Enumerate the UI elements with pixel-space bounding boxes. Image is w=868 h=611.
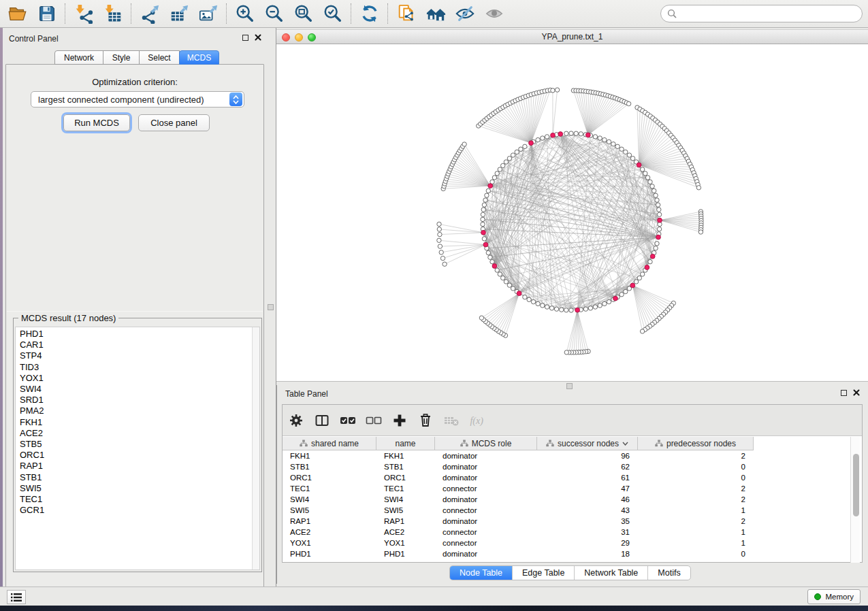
cell-mcds_role: dominator: [435, 450, 537, 461]
zoom-in-button[interactable]: [230, 1, 259, 26]
cell-shared_name: FKH1: [283, 450, 376, 461]
splitter-grip[interactable]: [566, 383, 573, 389]
table-row[interactable]: FKH1FKH1dominator962: [283, 450, 862, 461]
mcds-result-item[interactable]: TEC1: [16, 494, 259, 505]
mcds-result-item[interactable]: PHD1: [16, 329, 259, 340]
first-neighbors-icon: [425, 3, 446, 24]
cell-successor_nodes: 18: [537, 548, 638, 559]
mcds-result-item[interactable]: SWI4: [16, 384, 259, 395]
cell-name: RAP1: [376, 516, 435, 527]
toolbar-separator: [65, 3, 65, 24]
first-neighbors-button[interactable]: [421, 1, 450, 26]
toolbar-separator: [387, 3, 388, 24]
cell-successor_nodes: 35: [537, 516, 638, 527]
mcds-result-list[interactable]: PHD1CAR1STP4TID3YOX1SWI4SRD1PMA2FKH1ACE2…: [15, 327, 260, 570]
mcds-result-item[interactable]: FKH1: [16, 417, 259, 428]
new-network-from-selection-button[interactable]: [391, 1, 421, 26]
deselect-all-button[interactable]: [366, 412, 382, 429]
zoom-out-button[interactable]: [259, 1, 289, 26]
split-view-button[interactable]: [314, 412, 330, 429]
delete-column-button[interactable]: [417, 412, 434, 429]
zoom-fit-button[interactable]: [289, 1, 318, 26]
destroy-table-button[interactable]: [443, 412, 460, 429]
table-row[interactable]: ACE2ACE2connector311: [283, 527, 862, 538]
run-mcds-button[interactable]: Run MCDS: [63, 114, 130, 131]
mcds-result-item[interactable]: GCR1: [16, 505, 259, 516]
tab-style[interactable]: Style: [103, 50, 140, 65]
splitter-grip[interactable]: [268, 304, 274, 310]
mcds-result-item[interactable]: SRD1: [16, 395, 259, 406]
close-panel-icon[interactable]: [853, 389, 860, 396]
cell-predecessor_nodes: 1: [638, 538, 754, 548]
table-settings-button[interactable]: [288, 412, 304, 429]
mcds-result-item[interactable]: STP4: [16, 350, 259, 361]
tab-network-table[interactable]: Network Table: [575, 566, 648, 580]
memory-button[interactable]: Memory: [807, 589, 861, 604]
table-row[interactable]: STB1STB1dominator620: [283, 461, 862, 472]
column-header-successor-nodes[interactable]: successor nodes: [537, 437, 638, 450]
close-panel-icon[interactable]: [255, 34, 261, 41]
network-canvas[interactable]: [276, 45, 868, 381]
tab-network[interactable]: Network: [54, 50, 103, 65]
export-network-button[interactable]: [135, 1, 164, 26]
mcds-result-item[interactable]: YOX1: [16, 373, 259, 384]
cell-name: PHD1: [376, 548, 435, 559]
table-row[interactable]: PHD1PHD1dominator180: [283, 548, 862, 559]
zoom-selected-button[interactable]: [318, 1, 347, 26]
table-row[interactable]: SWI5SWI5connector431: [283, 505, 862, 516]
import-network-button[interactable]: [69, 1, 98, 26]
column-header-name[interactable]: name: [376, 437, 435, 450]
mcds-result-item[interactable]: PMA2: [16, 406, 259, 416]
column-header-MCDS-role[interactable]: MCDS role: [435, 437, 537, 450]
add-column-button[interactable]: [391, 412, 408, 429]
tab-select[interactable]: Select: [139, 50, 180, 65]
export-table-button[interactable]: [164, 1, 193, 26]
show-all-icon: [484, 3, 504, 24]
table-row[interactable]: TEC1TEC1connector472: [283, 483, 862, 494]
mcds-result-item[interactable]: SWI5: [16, 483, 259, 494]
table-scrollbar[interactable]: [850, 437, 860, 563]
scrollbar-thumb[interactable]: [853, 454, 859, 516]
close-panel-button[interactable]: Close panel: [138, 114, 210, 131]
search-input[interactable]: [681, 9, 851, 18]
table-row[interactable]: SWI4SWI4dominator462: [283, 494, 862, 505]
cell-successor_nodes: 47: [537, 483, 638, 494]
mcds-result-item[interactable]: CAR1: [16, 340, 259, 350]
tab-node-table[interactable]: Node Table: [450, 566, 513, 580]
tab-edge-table[interactable]: Edge Table: [513, 566, 575, 580]
table-row[interactable]: ORC1ORC1dominator610: [283, 472, 862, 483]
status-menu-button[interactable]: [7, 590, 26, 604]
save-session-button[interactable]: [32, 1, 61, 26]
refresh-layout-button[interactable]: [355, 1, 384, 26]
mcds-result-item[interactable]: STB5: [16, 439, 259, 450]
export-image-button[interactable]: [193, 1, 223, 26]
zoom-out-icon: [264, 3, 285, 24]
show-all-button[interactable]: [479, 1, 509, 26]
mcds-result-item[interactable]: STB1: [16, 472, 259, 483]
import-table-button[interactable]: [98, 1, 127, 26]
mcds-result-item[interactable]: ACE2: [16, 428, 259, 439]
select-all-button[interactable]: [340, 412, 356, 429]
search-field[interactable]: [660, 5, 863, 22]
mcds-list-scrollbar[interactable]: [252, 327, 259, 569]
table-panel-title: Table Panel: [285, 389, 328, 399]
table-row[interactable]: YOX1YOX1connector291: [283, 538, 862, 548]
tab-mcds[interactable]: MCDS: [179, 50, 219, 65]
network-view-window: YPA_prune.txt_1: [276, 29, 868, 381]
open-session-button[interactable]: [3, 1, 32, 26]
mcds-result-item[interactable]: ORC1: [16, 450, 259, 461]
mcds-result-item[interactable]: RAP1: [16, 461, 259, 472]
criterion-dropdown[interactable]: largest connected component (undirected): [31, 91, 244, 108]
table-panel-tabs: Node TableEdge TableNetwork TableMotifs: [449, 565, 691, 580]
mcds-result-item[interactable]: TID3: [16, 362, 259, 373]
tab-motifs[interactable]: Motifs: [648, 566, 690, 580]
function-builder-button[interactable]: f(x): [469, 412, 485, 429]
hide-selected-button[interactable]: [450, 1, 479, 26]
column-header-predecessor-nodes[interactable]: predecessor nodes: [638, 437, 754, 450]
float-panel-icon[interactable]: [242, 35, 248, 41]
column-header-shared-name[interactable]: shared name: [283, 437, 376, 450]
table-row[interactable]: RAP1RAP1dominator352: [283, 516, 862, 527]
vertical-splitter[interactable]: [266, 28, 276, 587]
float-panel-icon[interactable]: [841, 390, 847, 396]
status-bar: Memory: [0, 587, 868, 606]
